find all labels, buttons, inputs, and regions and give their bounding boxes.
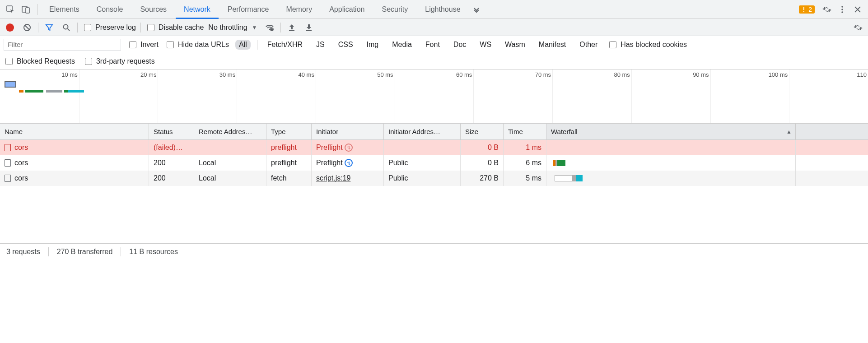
- tab-application[interactable]: Application: [321, 0, 373, 19]
- disable-cache-input[interactable]: [147, 24, 154, 31]
- devtools-tab-strip: ElementsConsoleSourcesNetworkPerformance…: [0, 0, 868, 19]
- tab-elements[interactable]: Elements: [41, 0, 88, 19]
- table-row[interactable]: cors200LocalpreflightPreflight ⇅Public0 …: [0, 155, 868, 171]
- invert-label: Invert: [140, 41, 159, 49]
- tab-console[interactable]: Console: [89, 0, 131, 19]
- type-filter-ws[interactable]: WS: [476, 40, 495, 50]
- throttling-select[interactable]: No throttling ▼: [208, 23, 259, 32]
- type-filter-manifest[interactable]: Manifest: [535, 40, 569, 50]
- type-filter-doc[interactable]: Doc: [450, 40, 470, 50]
- filter-funnel-icon[interactable]: [43, 21, 56, 34]
- settings-gear-icon[interactable]: [819, 2, 835, 17]
- device-toolbar-icon[interactable]: [18, 2, 33, 17]
- table-row[interactable]: cors200Localfetchscript.js:19Public270 B…: [0, 171, 868, 186]
- disable-cache-label: Disable cache: [159, 23, 204, 32]
- hide-data-urls-label: Hide data URLs: [178, 41, 229, 49]
- svg-point-6: [841, 11, 843, 13]
- initiator-link[interactable]: script.js:19: [316, 174, 350, 182]
- blocked-requests-input[interactable]: [5, 58, 13, 65]
- issues-badge[interactable]: 2: [799, 5, 815, 14]
- tab-memory[interactable]: Memory: [278, 0, 320, 19]
- col-waterfall[interactable]: Waterfall▲: [546, 124, 796, 139]
- table-row[interactable]: cors(failed)…preflightPreflight ⇅0 B1 ms: [0, 140, 868, 155]
- timeline-tick: 30 ms: [237, 70, 237, 123]
- preserve-log-checkbox[interactable]: Preserve log: [82, 23, 136, 32]
- download-har-icon[interactable]: [303, 21, 315, 34]
- third-party-label: 3rd-party requests: [96, 57, 155, 65]
- timeline-tick: 100 ms: [789, 70, 789, 123]
- svg-rect-12: [306, 30, 312, 31]
- has-blocked-cookies-checkbox[interactable]: Has blocked cookies: [607, 40, 687, 50]
- col-initiator-address[interactable]: Initiator Addres…: [384, 124, 461, 139]
- type-filter-media[interactable]: Media: [388, 40, 415, 50]
- type-filter-js[interactable]: JS: [313, 40, 328, 50]
- filter-bar-2: Blocked Requests 3rd-party requests: [0, 53, 868, 70]
- disable-cache-checkbox[interactable]: Disable cache: [145, 23, 204, 32]
- sort-asc-icon: ▲: [786, 129, 792, 135]
- col-time[interactable]: Time: [504, 124, 546, 139]
- type-filters: AllFetch/XHRJSCSSImgMediaFontDocWSWasmMa…: [235, 40, 601, 50]
- svg-point-8: [64, 24, 68, 29]
- requests-table-body: cors(failed)…preflightPreflight ⇅0 B1 ms…: [0, 140, 868, 244]
- type-filter-img[interactable]: Img: [363, 40, 383, 50]
- hide-data-urls-checkbox[interactable]: Hide data URLs: [165, 40, 229, 50]
- tab-network[interactable]: Network: [176, 0, 219, 19]
- divider: [77, 23, 78, 32]
- type-filter-fetch-xhr[interactable]: Fetch/XHR: [264, 40, 306, 50]
- divider: [37, 4, 37, 15]
- preflight-swap-icon: ⇅: [345, 144, 353, 152]
- filter-bar: Invert Hide data URLs AllFetch/XHRJSCSSI…: [0, 36, 868, 53]
- has-blocked-cookies-label: Has blocked cookies: [621, 41, 687, 49]
- issues-count: 2: [808, 6, 812, 13]
- type-filter-font[interactable]: Font: [422, 40, 443, 50]
- type-filter-css[interactable]: CSS: [335, 40, 357, 50]
- divider: [257, 40, 257, 50]
- tab-lighthouse[interactable]: Lighthouse: [417, 0, 468, 19]
- status-resources: 11 B resources: [129, 248, 178, 256]
- invert-checkbox[interactable]: Invert: [127, 40, 159, 50]
- inspect-element-icon[interactable]: [3, 2, 18, 17]
- timeline-tick: 70 ms: [552, 70, 553, 123]
- kebab-menu-icon[interactable]: [835, 2, 850, 17]
- third-party-checkbox[interactable]: 3rd-party requests: [83, 56, 155, 66]
- type-filter-other[interactable]: Other: [576, 40, 601, 50]
- panel-tabs: ElementsConsoleSourcesNetworkPerformance…: [41, 0, 469, 19]
- type-filter-wasm[interactable]: Wasm: [501, 40, 529, 50]
- col-type[interactable]: Type: [266, 124, 312, 139]
- col-status[interactable]: Status: [149, 124, 194, 139]
- timeline-tick: 60 ms: [473, 70, 474, 123]
- divider: [140, 23, 141, 32]
- invert-input[interactable]: [129, 41, 136, 48]
- tab-performance[interactable]: Performance: [219, 0, 277, 19]
- type-filter-all[interactable]: All: [235, 40, 251, 50]
- timeline-tick: 90 ms: [710, 70, 711, 123]
- third-party-input[interactable]: [85, 58, 92, 65]
- network-settings-gear-icon[interactable]: [852, 21, 864, 34]
- col-size[interactable]: Size: [461, 124, 504, 139]
- record-button[interactable]: [4, 21, 16, 34]
- col-waterfall-secondary[interactable]: [796, 124, 868, 139]
- divider: [280, 23, 281, 32]
- search-icon[interactable]: [60, 21, 73, 34]
- close-devtools-icon[interactable]: [850, 2, 865, 17]
- col-initiator[interactable]: Initiator: [312, 124, 384, 139]
- network-conditions-icon[interactable]: [263, 21, 276, 34]
- upload-har-icon[interactable]: [285, 21, 298, 34]
- col-name[interactable]: Name: [0, 124, 149, 139]
- timeline-tick: 50 ms: [395, 70, 395, 123]
- preserve-log-label: Preserve log: [95, 23, 136, 32]
- overview-timeline[interactable]: 10 ms20 ms30 ms40 ms50 ms60 ms70 ms80 ms…: [0, 70, 868, 124]
- file-icon: [5, 144, 11, 151]
- request-name: cors: [14, 144, 28, 152]
- timeline-tick: 80 ms: [631, 70, 632, 123]
- blocked-requests-checkbox[interactable]: Blocked Requests: [4, 56, 75, 66]
- hide-data-urls-input[interactable]: [167, 41, 174, 48]
- preserve-log-input[interactable]: [84, 24, 91, 31]
- tab-security[interactable]: Security: [373, 0, 416, 19]
- has-blocked-cookies-input[interactable]: [609, 41, 616, 48]
- more-tabs-icon[interactable]: [469, 2, 484, 17]
- col-remote[interactable]: Remote Addres…: [194, 124, 266, 139]
- clear-button-icon[interactable]: [21, 21, 33, 34]
- tab-sources[interactable]: Sources: [132, 0, 175, 19]
- filter-input[interactable]: [4, 39, 121, 51]
